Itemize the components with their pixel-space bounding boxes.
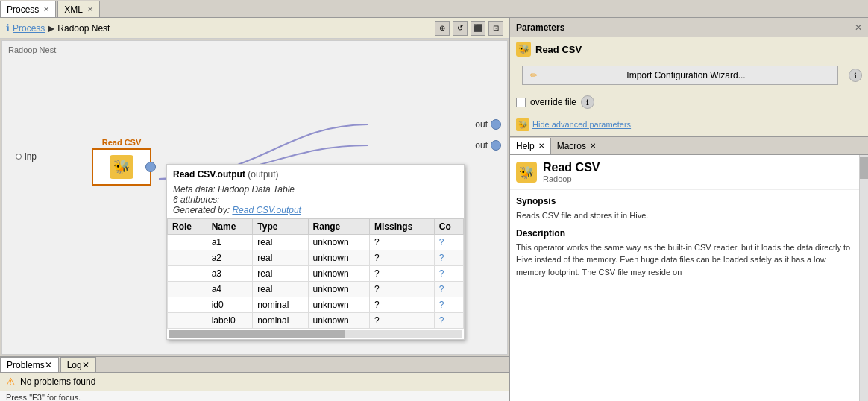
inp-label: inp <box>25 151 37 162</box>
tab-log-label: Log <box>67 360 82 370</box>
node-output-port[interactable] <box>145 162 156 172</box>
parameters-node-title: Read CSV <box>535 44 582 55</box>
cell-role <box>168 250 207 266</box>
cell-name: a1 <box>207 235 253 250</box>
out-label-1: out <box>475 119 488 130</box>
cell-range: unknown <box>308 297 369 313</box>
help-header: Help ✕ Macros ✕ <box>510 137 868 155</box>
cell-range: unknown <box>308 282 369 297</box>
popup-scrollbar[interactable] <box>169 330 462 338</box>
cell-question: ? <box>434 297 463 313</box>
left-panel: ℹ Process ▶ Radoop Nest ⊕ ↺ ⬛ ⊡ Radoop N… <box>0 18 510 401</box>
canvas-label: Radoop Nest <box>8 45 56 54</box>
toolbar-grid-icon[interactable]: ⊡ <box>488 21 503 36</box>
tab-bar: Process ✕ XML ✕ <box>0 0 868 18</box>
cell-role <box>168 282 207 297</box>
node-label: Read CSV <box>92 138 151 147</box>
inp-port-circle <box>16 154 22 160</box>
cell-question: ? <box>434 266 463 282</box>
tab-xml[interactable]: XML ✕ <box>57 1 100 17</box>
toolbar-view-icon[interactable]: ⬛ <box>471 21 485 36</box>
cell-question: ? <box>434 250 463 266</box>
tab-help[interactable]: Help ✕ <box>510 138 551 154</box>
tab-macros[interactable]: Macros ✕ <box>551 138 602 154</box>
tab-log[interactable]: Log ✕ <box>60 357 96 372</box>
out-port-1[interactable]: out <box>475 119 501 130</box>
cell-range: unknown <box>308 266 369 282</box>
table-row: a1realunknown?? <box>168 235 464 250</box>
out-port-2[interactable]: out <box>475 140 501 151</box>
help-node-subtitle: Radoop <box>543 174 600 183</box>
import-info-button[interactable]: ℹ <box>849 69 862 82</box>
toolbar-refresh-icon[interactable]: ↺ <box>453 21 468 36</box>
col-co: Co <box>434 219 463 235</box>
cell-missings: ? <box>369 250 434 266</box>
breadcrumb-current: Radoop Nest <box>57 23 110 34</box>
parameters-panel: Parameters ✕ 🐝 Read CSV ✏ Import Configu… <box>510 18 868 136</box>
table-row: a3realunknown?? <box>168 266 464 282</box>
cell-type: real <box>253 266 308 282</box>
hide-advanced-label: Hide advanced parameters <box>532 120 631 129</box>
cell-question: ? <box>434 313 463 329</box>
tab-xml-label: XML <box>64 4 83 15</box>
override-info-button[interactable]: ℹ <box>581 95 594 109</box>
tab-process[interactable]: Process ✕ <box>0 1 56 17</box>
cell-name: id0 <box>207 297 253 313</box>
bottom-bar: Problems ✕ Log ✕ ⚠ No problems found Pre… <box>0 356 509 401</box>
cell-range: unknown <box>308 235 369 250</box>
popup-meta-line2: 6 attributes: <box>173 195 458 205</box>
parameters-close-button[interactable]: ✕ <box>855 22 862 33</box>
cell-role <box>168 266 207 282</box>
out-port-circle-2 <box>491 140 501 151</box>
params-hive-icon: 🐝 <box>516 42 531 57</box>
tab-problems-close[interactable]: ✕ <box>45 360 52 370</box>
tab-help-close[interactable]: ✕ <box>538 142 544 150</box>
cell-name: a2 <box>207 250 253 266</box>
popup-scrollbar-thumb <box>169 330 345 338</box>
inp-port[interactable]: inp <box>16 151 37 162</box>
popup-table: Role Name Type Range Missings Co a1realu… <box>167 218 464 329</box>
toolbar-icons: ⊕ ↺ ⬛ ⊡ <box>435 21 503 36</box>
problems-content: ⚠ No problems found <box>0 373 509 391</box>
hide-advanced-icon: 🐝 <box>516 118 529 131</box>
override-label: override file <box>530 97 576 107</box>
help-title-icon: 🐝 <box>516 162 537 183</box>
help-title-row: 🐝 Read CSV Radoop <box>510 155 859 190</box>
parameters-title: Parameters <box>516 22 855 33</box>
toolbar-add-icon[interactable]: ⊕ <box>435 21 450 36</box>
parameters-header: Parameters ✕ <box>510 18 868 37</box>
node-box: 🐝 <box>92 148 151 186</box>
import-btn-row: ✏ Import Configuration Wizard... ℹ <box>516 63 862 88</box>
cell-type: nominal <box>253 297 308 313</box>
tab-xml-close[interactable]: ✕ <box>87 5 93 13</box>
cell-name: a3 <box>207 266 253 282</box>
import-configuration-button[interactable]: ✏ Import Configuration Wizard... <box>522 66 838 85</box>
help-node-name: Read CSV <box>543 161 600 174</box>
output-popup: Read CSV.output (output) Meta data: Hado… <box>166 164 465 340</box>
popup-meta-line1: Meta data: Hadoop Data Table <box>173 184 458 195</box>
breadcrumb-process-link[interactable]: Process <box>13 23 45 34</box>
tab-macros-close[interactable]: ✕ <box>590 142 596 150</box>
node-read-csv[interactable]: Read CSV 🐝 <box>92 138 151 186</box>
bottom-tabs: Problems ✕ Log ✕ <box>0 357 509 373</box>
cell-range: unknown <box>308 250 369 266</box>
cell-range: unknown <box>308 313 369 329</box>
tab-macros-label: Macros <box>557 141 586 151</box>
out-label-2: out <box>475 140 488 151</box>
help-title-text: Read CSV Radoop <box>543 161 600 183</box>
override-checkbox[interactable] <box>516 98 526 107</box>
hide-advanced-params[interactable]: 🐝 Hide advanced parameters <box>510 113 868 136</box>
cell-type: real <box>253 282 308 297</box>
cell-missings: ? <box>369 266 434 282</box>
table-row: a4realunknown?? <box>168 282 464 297</box>
tab-problems[interactable]: Problems ✕ <box>0 357 59 372</box>
parameters-title-row: 🐝 Read CSV <box>510 37 868 61</box>
tab-process-close[interactable]: ✕ <box>43 5 49 13</box>
canvas-area: Radoop Nest inp out out <box>1 40 508 355</box>
cell-type: nominal <box>253 313 308 329</box>
col-missings: Missings <box>369 219 434 235</box>
popup-meta-link[interactable]: Read CSV.output <box>232 205 301 215</box>
press-f3: Press "F3" for focus. <box>0 391 509 401</box>
tab-log-close[interactable]: ✕ <box>82 360 89 370</box>
help-scrollbar[interactable] <box>859 155 868 401</box>
